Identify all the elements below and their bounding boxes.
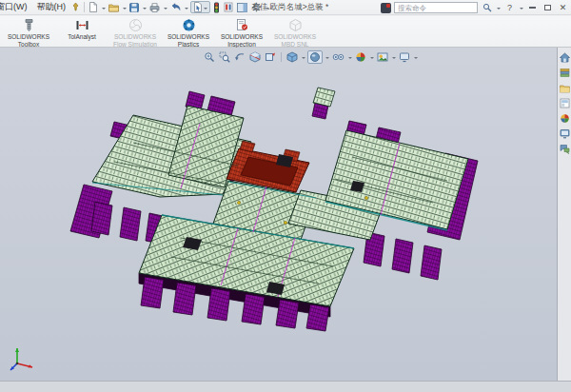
edit-appearance-icon[interactable] — [354, 50, 367, 64]
ribbon-label: SOLIDWORKS MBD SNL — [268, 33, 322, 48]
minimize-button[interactable] — [526, 2, 539, 13]
select-button[interactable] — [190, 1, 210, 13]
new-caret-icon[interactable] — [102, 8, 106, 11]
toolbar-separator — [84, 2, 85, 12]
solidworks-resources-home-icon[interactable] — [559, 51, 571, 64]
coordinate-triad — [8, 341, 40, 371]
titlebar-right-cluster: ? ✕ — [381, 1, 569, 14]
print-icon[interactable] — [148, 1, 161, 14]
solidworks-forum-icon[interactable] — [559, 143, 571, 155]
plastics-icon — [182, 18, 196, 32]
save-icon[interactable] — [128, 1, 140, 14]
apply-scene-caret-icon[interactable] — [392, 57, 396, 61]
undo-caret-icon[interactable] — [185, 8, 188, 11]
select-caret-icon[interactable] — [204, 8, 207, 11]
solidworks-window: 窗口(W) 帮助(H) — [0, 0, 571, 392]
hud-separator — [281, 52, 282, 62]
status-bar — [0, 381, 571, 392]
apply-scene-icon[interactable] — [376, 50, 389, 64]
display-pane-icon[interactable] — [236, 1, 248, 14]
appearances-scenes-icon[interactable] — [559, 112, 571, 125]
heads-up-toolbar — [203, 50, 418, 64]
file-properties-icon[interactable] — [223, 1, 234, 14]
menu-help[interactable]: 帮助(H) — [32, 1, 71, 13]
open-caret-icon[interactable] — [123, 8, 127, 11]
search-input[interactable] — [394, 2, 478, 13]
previous-view-icon[interactable] — [233, 50, 246, 64]
pin-icon[interactable] — [70, 1, 81, 14]
flow-simulation-icon — [128, 18, 143, 32]
display-style-button[interactable] — [307, 50, 323, 64]
ribbon-mbd-snl: SOLIDWORKS MBD SNL — [268, 17, 322, 48]
ribbon-tolanalyst[interactable]: TolAnalyst — [55, 17, 108, 41]
search-caret-icon[interactable] — [497, 8, 501, 11]
ribbon-solidworks-inspection[interactable]: SOLIDWORKS Inspection — [215, 17, 268, 48]
tolanalyst-icon — [75, 18, 89, 32]
search-magnifier-icon[interactable] — [481, 2, 493, 13]
menu-window[interactable]: 窗口(W) — [0, 1, 32, 13]
view-settings-icon[interactable] — [398, 50, 411, 64]
document-title: 友佳.欧尚名城>总装 * — [251, 2, 328, 13]
toolbox-bolt-icon — [22, 18, 36, 32]
ribbon-solidworks-plastics[interactable]: SOLIDWORKS Plastics — [162, 17, 215, 48]
file-explorer-folder-icon[interactable] — [559, 82, 571, 94]
ribbon-label: TolAnalyst — [68, 33, 96, 41]
ribbon-label: SOLIDWORKS Plastics — [162, 33, 215, 48]
custom-properties-icon[interactable] — [559, 127, 571, 140]
hide-show-caret-icon[interactable] — [348, 57, 352, 61]
open-folder-icon[interactable] — [108, 1, 120, 14]
command-manager-ribbon: SOLIDWORKS Toolbox TolAnalyst SOLIDWORKS… — [0, 16, 571, 48]
view-settings-caret-icon[interactable] — [414, 57, 418, 61]
close-button[interactable]: ✕ — [557, 2, 569, 13]
design-library-icon[interactable] — [559, 67, 571, 79]
view-palette-icon[interactable] — [559, 97, 571, 109]
display-style-caret-icon[interactable] — [325, 57, 329, 61]
help-button[interactable]: ? — [503, 2, 516, 13]
hide-show-items-icon[interactable] — [331, 50, 345, 64]
view-orientation-caret-icon[interactable] — [302, 57, 305, 61]
inspection-icon — [235, 18, 249, 32]
title-bar: 窗口(W) 帮助(H) — [0, 0, 571, 15]
graphics-viewport[interactable] — [0, 48, 571, 381]
model-canvas[interactable] — [0, 48, 571, 381]
ribbon-flow-simulation: SOLIDWORKS Flow Simulation — [108, 17, 162, 48]
ribbon-label: SOLIDWORKS Inspection — [215, 33, 268, 48]
section-view-icon[interactable] — [248, 50, 262, 64]
ribbon-solidworks-toolbox[interactable]: SOLIDWORKS Toolbox — [2, 17, 55, 48]
task-pane-strip — [557, 48, 571, 381]
mbd-cube-icon — [288, 18, 303, 32]
zoom-to-fit-icon[interactable] — [203, 50, 216, 64]
rebuild-traffic-light-icon[interactable] — [212, 1, 221, 14]
view-orientation-icon[interactable] — [286, 50, 299, 64]
3d-drawing-view-icon[interactable] — [264, 50, 277, 64]
save-caret-icon[interactable] — [143, 8, 147, 11]
ribbon-label: SOLIDWORKS Toolbox — [2, 33, 55, 48]
restore-button[interactable] — [541, 2, 554, 13]
new-document-icon[interactable] — [88, 1, 99, 14]
model-roof-blocklet — [313, 88, 335, 107]
standard-toolbar — [88, 1, 269, 14]
undo-icon[interactable] — [169, 1, 182, 14]
help-caret-icon[interactable] — [520, 8, 523, 11]
ribbon-label: SOLIDWORKS Flow Simulation — [108, 33, 162, 48]
solidworks-logo-icon[interactable] — [381, 3, 391, 13]
zoom-to-area-icon[interactable] — [218, 50, 231, 64]
edit-appearance-caret-icon[interactable] — [370, 57, 374, 61]
print-caret-icon[interactable] — [164, 8, 167, 11]
